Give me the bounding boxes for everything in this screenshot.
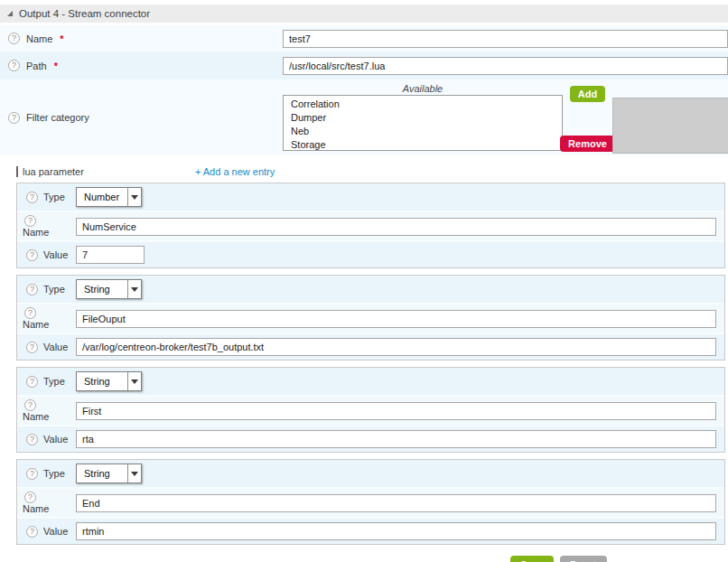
filter-category-row: Filter category Available Correlation Du… [0, 80, 728, 155]
param-value-row: Value [17, 425, 724, 452]
type-select-value: String [77, 464, 127, 482]
type-row: Type String [17, 460, 724, 487]
listbox-option[interactable]: Storage [284, 138, 562, 151]
path-label: Path [26, 61, 47, 71]
type-row: Type Number [17, 183, 724, 211]
lua-parameter-group-3: Type String Name Value [16, 367, 725, 453]
required-asterisk: * [54, 61, 58, 71]
help-icon[interactable] [24, 492, 36, 503]
reset-button[interactable]: Reset [560, 556, 607, 562]
type-row: Type String [17, 368, 724, 395]
listbox-option[interactable]: Correlation [284, 98, 562, 111]
param-name-input[interactable] [76, 310, 716, 328]
param-name-row: Name [17, 487, 724, 517]
collapse-triangle-icon [7, 11, 13, 16]
help-icon[interactable] [8, 33, 20, 44]
lua-parameter-header: lua parameter + Add a new entry [0, 164, 728, 179]
param-name-input[interactable] [76, 218, 716, 236]
param-name-row: Name [17, 395, 724, 425]
filter-swap-widget: Available Correlation Dumper Neb Storage… [283, 80, 728, 155]
output-section-header[interactable]: Output 4 - Stream connector [0, 5, 728, 23]
param-name-label: Name [23, 319, 49, 330]
help-icon[interactable] [26, 249, 38, 261]
type-label: Type [43, 376, 65, 387]
type-select-value: String [77, 372, 127, 390]
selected-listbox-disabled [612, 98, 728, 154]
chevron-down-icon [127, 464, 141, 482]
help-icon[interactable] [26, 434, 38, 445]
param-name-row: Name [17, 211, 724, 240]
param-value-input[interactable] [76, 246, 145, 264]
param-value-input[interactable] [76, 338, 716, 356]
help-icon[interactable] [24, 215, 36, 227]
param-value-label: Value [43, 434, 68, 445]
name-input[interactable] [283, 30, 728, 48]
chevron-down-icon [127, 280, 141, 298]
filter-category-label: Filter category [26, 112, 89, 123]
help-icon[interactable] [26, 342, 38, 353]
chevron-down-icon [127, 188, 141, 206]
param-value-label: Value [43, 526, 68, 537]
stream-connector-form: Output 4 - Stream connector Name * Path … [0, 0, 728, 562]
name-row: Name * [0, 25, 728, 52]
listbox-option[interactable]: Neb [284, 125, 562, 138]
lua-parameter-title: lua parameter [16, 166, 84, 177]
add-new-entry-link[interactable]: + Add a new entry [195, 166, 275, 177]
param-name-label: Name [23, 411, 49, 422]
lua-parameter-group-2: Type String Name Value [16, 275, 725, 361]
path-row: Path * [0, 52, 728, 80]
listbox-option[interactable]: Dumper [284, 111, 562, 125]
type-select[interactable]: Number [76, 187, 142, 207]
name-label: Name [26, 33, 52, 44]
param-value-input[interactable] [76, 522, 716, 540]
help-icon[interactable] [8, 60, 20, 71]
type-row: Type String [17, 276, 724, 303]
help-icon[interactable] [24, 307, 36, 319]
param-value-row: Value [17, 240, 724, 267]
type-select[interactable]: String [76, 279, 142, 299]
help-icon[interactable] [26, 284, 38, 295]
param-name-row: Name [17, 303, 724, 333]
available-caption: Available [283, 82, 563, 95]
param-value-label: Value [43, 249, 68, 260]
help-icon[interactable] [26, 526, 38, 538]
chevron-down-icon [127, 372, 141, 390]
param-name-input[interactable] [76, 494, 716, 512]
help-icon[interactable] [24, 399, 36, 411]
help-icon[interactable] [26, 376, 38, 388]
type-label: Type [43, 468, 65, 479]
param-name-input[interactable] [76, 402, 716, 420]
path-input[interactable] [283, 57, 728, 75]
type-select[interactable]: String [76, 464, 142, 483]
remove-button[interactable]: Remove [560, 136, 615, 152]
section-title: Output 4 - Stream connector [19, 8, 150, 19]
help-icon[interactable] [26, 468, 38, 480]
param-name-label: Name [23, 227, 49, 238]
param-value-row: Value [17, 333, 724, 360]
available-listbox[interactable]: Correlation Dumper Neb Storage [283, 95, 563, 151]
add-button[interactable]: Add [570, 86, 605, 102]
lua-parameter-group-4: Type String Name Value [16, 459, 725, 545]
type-select[interactable]: String [76, 371, 142, 391]
param-name-label: Name [23, 503, 49, 514]
param-value-row: Value [17, 517, 724, 544]
type-select-value: String [77, 280, 127, 298]
help-icon[interactable] [26, 192, 38, 203]
lua-parameter-group-1: Type Number Name Value [16, 183, 725, 268]
help-icon[interactable] [8, 112, 20, 124]
type-select-value: Number [77, 188, 127, 206]
type-label: Type [43, 284, 65, 295]
param-value-input[interactable] [76, 430, 716, 448]
type-label: Type [43, 192, 65, 202]
param-value-label: Value [43, 342, 68, 352]
required-asterisk: * [60, 33, 63, 44]
form-actions: Save Reset [0, 551, 728, 562]
save-button[interactable]: Save [510, 556, 554, 562]
